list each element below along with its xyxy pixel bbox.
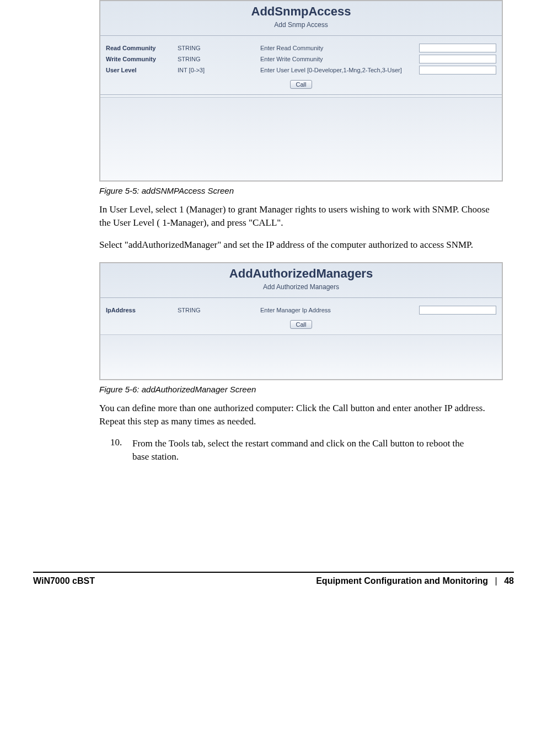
panel-empty-area [100, 334, 502, 379]
item-number: 10. [110, 437, 132, 464]
call-row: Call [100, 316, 502, 334]
footer-left: WiN7000 cBST [33, 576, 95, 586]
item-text: From the Tools tab, select the restart c… [132, 437, 481, 464]
divider [100, 35, 502, 42]
field-type: STRING [178, 56, 260, 62]
field-row-ipaddress: IpAddress STRING Enter Manager Ip Addres… [100, 305, 502, 316]
read-community-input[interactable] [419, 44, 496, 52]
field-desc: Enter Read Community [260, 45, 414, 51]
field-row-read-community: Read Community STRING Enter Read Communi… [100, 42, 502, 54]
field-row-user-level: User Level INT [0->3] Enter User Level [… [100, 65, 502, 76]
panel-empty-area [100, 97, 502, 180]
figure-2-block: AddAuthorizedManagers Add Authorized Man… [99, 262, 503, 428]
footer-right: Equipment Configuration and Monitoring |… [316, 576, 514, 586]
field-type: INT [0->3] [178, 67, 260, 73]
field-desc: Enter User Level [0-Developer,1-Mng,2-Te… [260, 67, 414, 73]
panel-header: AddAuthorizedManagers Add Authorized Man… [100, 263, 502, 297]
field-label: Read Community [106, 45, 178, 51]
field-desc: Enter Write Community [260, 56, 414, 62]
panel-header: AddSnmpAccess Add Snmp Access [100, 1, 502, 35]
field-label: Write Community [106, 56, 178, 62]
call-button[interactable]: Call [290, 320, 313, 329]
page: AddSnmpAccess Add Snmp Access Read Commu… [0, 0, 547, 572]
field-label: IpAddress [106, 307, 178, 313]
field-input-wrap [414, 55, 496, 63]
ipaddress-input[interactable] [419, 306, 496, 315]
field-desc: Enter Manager Ip Address [260, 307, 414, 313]
field-input-wrap [414, 306, 496, 315]
figure-1-caption: Figure 5-5: addSNMPAccess Screen [99, 186, 503, 195]
page-footer: WiN7000 cBST Equipment Configuration and… [0, 576, 547, 597]
field-type: STRING [178, 307, 260, 313]
field-label: User Level [106, 67, 178, 73]
figure-1-block: AddSnmpAccess Add Snmp Access Read Commu… [99, 0, 503, 251]
spacer [33, 472, 514, 572]
addauthorizedmanagers-panel: AddAuthorizedManagers Add Authorized Man… [99, 262, 503, 380]
paragraph: In User Level, select 1 (Manager) to gra… [99, 203, 503, 230]
paragraph: Select "addAuthorizedManager" and set th… [99, 238, 503, 252]
field-input-wrap [414, 66, 496, 74]
paragraph: You can define more than one authorized … [99, 402, 503, 428]
numbered-item-10: 10. From the Tools tab, select the resta… [110, 437, 481, 464]
footer-separator: | [495, 576, 497, 585]
panel-subtitle: Add Authorized Managers [100, 283, 502, 291]
panel-subtitle: Add Snmp Access [100, 21, 502, 29]
field-type: STRING [178, 45, 260, 51]
footer-page-number: 48 [504, 576, 514, 585]
user-level-input[interactable] [419, 66, 496, 74]
field-input-wrap [414, 44, 496, 52]
panel-title: AddSnmpAccess [100, 4, 502, 19]
call-button[interactable]: Call [290, 80, 313, 89]
panel-title: AddAuthorizedManagers [100, 267, 502, 281]
divider [100, 297, 502, 305]
field-row-write-community: Write Community STRING Enter Write Commu… [100, 54, 502, 65]
addsnmpaccess-panel: AddSnmpAccess Add Snmp Access Read Commu… [99, 0, 503, 182]
figure-2-caption: Figure 5-6: addAuthorizedManager Screen [99, 385, 503, 394]
footer-rule [33, 572, 514, 573]
call-row: Call [100, 76, 502, 94]
write-community-input[interactable] [419, 55, 496, 63]
footer-section-title: Equipment Configuration and Monitoring [316, 576, 488, 585]
